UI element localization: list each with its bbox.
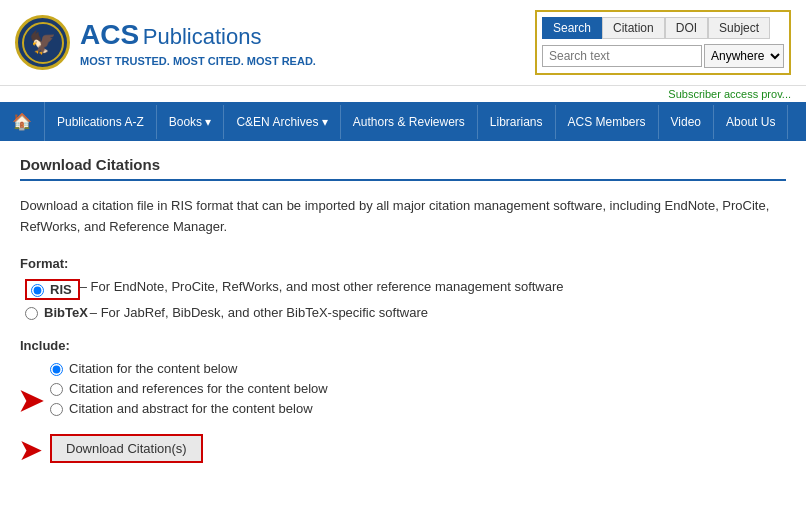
nav-video[interactable]: Video: [659, 105, 714, 139]
tab-search[interactable]: Search: [542, 17, 602, 39]
ris-box: RIS: [25, 279, 80, 300]
location-dropdown[interactable]: Anywhere Title Author Abstract: [704, 44, 784, 68]
include-label: Include:: [20, 338, 786, 353]
main-content: Download Citations Download a citation f…: [0, 141, 806, 478]
section-title: Download Citations: [20, 156, 786, 181]
nav-about-us[interactable]: About Us: [714, 105, 788, 139]
header: 🦅 ACS Publications MOST TRUSTED. MOST CI…: [0, 0, 806, 86]
logo-circle: 🦅: [15, 15, 70, 70]
logo-text: ACS Publications MOST TRUSTED. MOST CITE…: [80, 19, 316, 67]
arrow-icon-2: ➤: [18, 432, 43, 467]
format-ris-radio[interactable]: [31, 284, 44, 297]
nav-cen-archives[interactable]: C&EN Archives ▾: [224, 105, 340, 139]
include-citation-radio[interactable]: [50, 363, 63, 376]
tagline: MOST TRUSTED. MOST CITED. MOST READ.: [80, 55, 316, 67]
include-citation-refs-label: Citation and references for the content …: [69, 381, 328, 396]
tab-citation[interactable]: Citation: [602, 17, 665, 39]
include-citation-abstract-radio[interactable]: [50, 403, 63, 416]
description-text: Download a citation file in RIS format t…: [20, 196, 786, 238]
subscriber-bar: Subscriber access prov...: [0, 86, 806, 102]
format-bibtex-row: BibTeX – For JabRef, BibDesk, and other …: [25, 305, 786, 320]
logo-inner: 🦅: [22, 22, 64, 64]
arrow-icon: ➤: [18, 383, 43, 418]
search-input[interactable]: [542, 45, 702, 67]
ris-label: RIS: [50, 282, 72, 297]
nav-authors-reviewers[interactable]: Authors & Reviewers: [341, 105, 478, 139]
include-citation-abstract-label: Citation and abstract for the content be…: [69, 401, 313, 416]
format-options: RIS – For EndNote, ProCite, RefWorks, an…: [20, 279, 786, 320]
include-citation-refs-row: Citation and references for the content …: [50, 381, 786, 396]
format-bibtex-radio[interactable]: [25, 307, 38, 320]
download-button[interactable]: Download Citation(s): [50, 434, 203, 463]
search-panel: Search Citation DOI Subject Anywhere Tit…: [535, 10, 791, 75]
eagle-icon: 🦅: [29, 30, 56, 56]
include-citation-abstract-row: Citation and abstract for the content be…: [50, 401, 786, 416]
include-citation-refs-radio[interactable]: [50, 383, 63, 396]
logo-area: 🦅 ACS Publications MOST TRUSTED. MOST CI…: [15, 15, 316, 70]
bibtex-label: BibTeX: [44, 305, 88, 320]
search-input-row: Anywhere Title Author Abstract: [542, 44, 784, 68]
subscriber-text: Subscriber access prov...: [668, 88, 791, 100]
search-tabs: Search Citation DOI Subject: [542, 17, 784, 39]
nav-acs-members[interactable]: ACS Members: [556, 105, 659, 139]
nav-publications-az[interactable]: Publications A-Z: [45, 105, 157, 139]
download-btn-wrapper: ➤ Download Citation(s): [50, 434, 203, 463]
include-options: ➤ Citation for the content below Citatio…: [50, 361, 786, 416]
include-citation-label: Citation for the content below: [69, 361, 237, 376]
nav-home-button[interactable]: 🏠: [0, 102, 45, 141]
nav-books[interactable]: Books ▾: [157, 105, 225, 139]
nav-bar: 🏠 Publications A-Z Books ▾ C&EN Archives…: [0, 102, 806, 141]
tab-doi[interactable]: DOI: [665, 17, 708, 39]
ris-desc: – For EndNote, ProCite, RefWorks, and mo…: [80, 279, 564, 294]
tab-subject[interactable]: Subject: [708, 17, 770, 39]
nav-librarians[interactable]: Librarians: [478, 105, 556, 139]
logo-title: ACS Publications: [80, 19, 316, 51]
include-citation-row: Citation for the content below: [50, 361, 786, 376]
bibtex-desc: – For JabRef, BibDesk, and other BibTeX-…: [90, 305, 428, 320]
format-ris-row: RIS – For EndNote, ProCite, RefWorks, an…: [25, 279, 786, 300]
format-label: Format:: [20, 256, 786, 271]
